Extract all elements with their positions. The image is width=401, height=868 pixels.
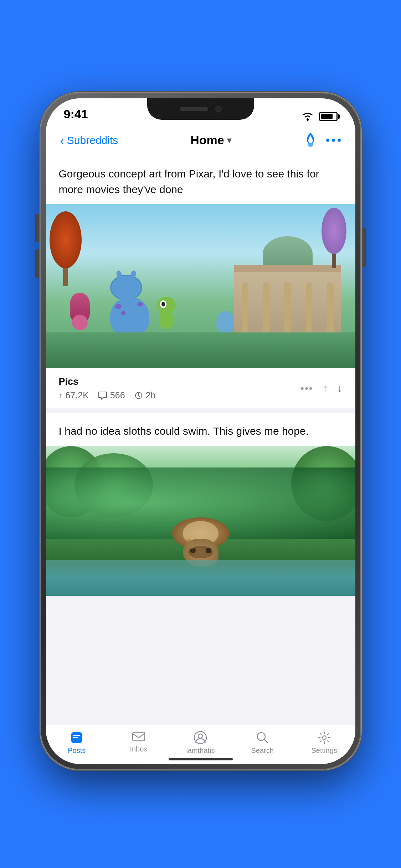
background-characters (216, 311, 234, 332)
upvote-icon: ↑ (59, 391, 63, 400)
phone-frame: 9:41 ‹ (40, 93, 361, 770)
post-2-title: I had no idea sloths could swim. This gi… (46, 413, 355, 446)
tab-search-label: Search (251, 746, 273, 755)
posts-icon (70, 731, 83, 744)
post-more-button[interactable]: ••• (300, 383, 313, 394)
sully-character (110, 275, 149, 336)
post-1-image[interactable] (46, 204, 355, 368)
battery-icon (319, 112, 338, 121)
nav-actions (303, 132, 341, 149)
navigation-bar: ‹ Subreddits Home ▾ (46, 125, 355, 156)
upvote-stat: ↑ 67.2K (59, 390, 89, 401)
home-indicator (169, 758, 233, 760)
more-button[interactable] (326, 139, 341, 142)
tab-posts-label: Posts (68, 746, 86, 755)
post-time: 2h (146, 390, 156, 401)
tab-inbox-label: Inbox (130, 745, 147, 753)
autumn-tree-left (50, 211, 82, 286)
svg-point-10 (323, 736, 326, 739)
volume-up-button (35, 214, 40, 242)
profile-icon (194, 731, 207, 744)
dot-3 (338, 139, 341, 142)
monsters-scene-bg (46, 204, 355, 368)
svg-point-1 (308, 143, 313, 147)
downvote-button[interactable]: ↓ (337, 382, 343, 394)
water-surface (46, 560, 355, 596)
battery-fill (321, 114, 333, 119)
mike-character (156, 297, 176, 329)
status-time: 9:41 (64, 107, 88, 121)
time-stat: 2h (134, 390, 156, 401)
svg-point-0 (307, 119, 309, 121)
nav-title-text: Home (190, 133, 224, 147)
post-card-2: I had no idea sloths could swim. This gi… (46, 413, 355, 596)
speaker (180, 107, 208, 111)
tab-profile-label: iamthatis (186, 746, 215, 755)
comment-count: 566 (110, 390, 125, 401)
comment-stat: 566 (98, 390, 125, 401)
tab-settings[interactable]: Settings (308, 731, 340, 755)
front-camera (215, 106, 222, 112)
post-1-meta-right: ••• ↑ ↓ (300, 382, 342, 394)
post-1-meta-left: Pics ↑ 67.2K (59, 376, 156, 401)
post-1-stats: ↑ 67.2K 566 (59, 390, 156, 401)
nav-title[interactable]: Home ▾ (190, 133, 231, 147)
post-2-image[interactable] (46, 446, 355, 596)
post-card-1: Gorgeous concept art from Pixar, I'd lov… (46, 156, 355, 408)
phone-mockup: 9:41 ‹ (40, 93, 361, 770)
phone-screen: 9:41 ‹ (46, 98, 355, 764)
dot-1 (326, 139, 329, 142)
inbox-icon (132, 731, 145, 743)
back-arrow-icon: ‹ (60, 134, 64, 146)
svg-point-8 (198, 734, 202, 738)
tab-inbox[interactable]: Inbox (123, 731, 155, 753)
status-icons (301, 112, 338, 121)
clock-icon (134, 391, 143, 400)
upvote-count: 67.2K (66, 390, 89, 401)
svg-rect-5 (73, 737, 78, 738)
comment-icon (98, 391, 107, 400)
post-1-title: Gorgeous concept art from Pixar, I'd lov… (46, 156, 355, 204)
dot-2 (332, 139, 335, 142)
subreddits-back-button[interactable]: ‹ Subreddits (60, 134, 118, 146)
sloth (172, 517, 229, 567)
purple-tree-right (320, 208, 348, 268)
tab-settings-label: Settings (312, 746, 337, 755)
flame-icon[interactable] (303, 132, 318, 149)
search-icon (256, 731, 269, 744)
svg-rect-6 (133, 732, 145, 741)
post-1-subreddit: Pics (59, 376, 156, 387)
character-left (67, 293, 92, 332)
tab-search[interactable]: Search (246, 731, 278, 755)
wifi-icon (301, 112, 314, 121)
settings-icon (318, 731, 331, 744)
upvote-button[interactable]: ↑ (323, 382, 328, 394)
grass-ground (46, 332, 355, 368)
tab-posts[interactable]: Posts (61, 731, 93, 755)
notch (147, 98, 254, 120)
volume-down-button (35, 249, 40, 278)
post-1-meta: Pics ↑ 67.2K (46, 368, 355, 408)
chevron-down-icon: ▾ (227, 135, 231, 145)
content-area: Gorgeous concept art from Pixar, I'd lov… (46, 156, 355, 725)
back-label: Subreddits (67, 134, 118, 146)
power-button (362, 228, 366, 267)
svg-rect-4 (73, 735, 80, 736)
tab-profile[interactable]: iamthatis (184, 731, 216, 755)
svg-point-7 (194, 732, 206, 744)
